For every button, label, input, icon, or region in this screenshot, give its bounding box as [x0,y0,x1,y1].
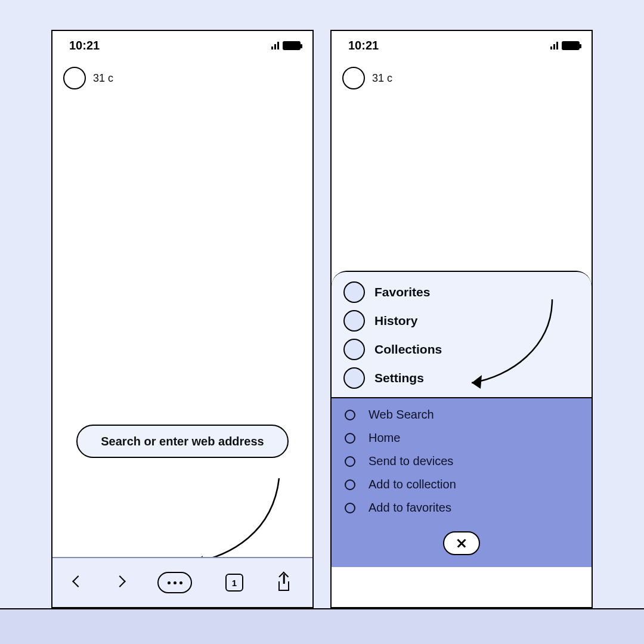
option-label: Send to devices [369,454,453,468]
radio-icon [345,479,355,490]
phone-screen-left: 10:21 31 c Search or enter web address [51,30,314,608]
menu-item-history[interactable]: History [343,310,580,332]
address-placeholder: Search or enter web address [101,435,264,448]
menu-sheet: Favorites History Collections Settings [332,271,592,607]
status-bar: 10:21 [52,31,312,60]
chevron-left-icon [72,575,84,587]
option-add-to-favorites[interactable]: Add to favorites [345,501,578,515]
option-send-to-devices[interactable]: Send to devices [345,454,578,468]
radio-icon [345,456,355,467]
signal-icon [550,41,558,49]
option-add-to-collection[interactable]: Add to collection [345,478,578,491]
header-label: 31 c [372,72,392,85]
option-label: Home [369,431,400,445]
chevron-right-icon [114,575,126,587]
menu-item-label: Collections [374,342,442,357]
menu-item-settings[interactable]: Settings [343,367,580,389]
menu-primary-section: Favorites History Collections Settings [332,271,592,397]
menu-item-label: Favorites [374,285,430,299]
more-menu-button[interactable] [157,572,192,593]
dots-icon [168,581,171,584]
profile-avatar[interactable] [63,67,86,89]
forward-button[interactable] [116,577,124,588]
option-web-search[interactable]: Web Search [345,408,578,422]
menu-item-label: History [374,314,417,328]
header-label: 31 c [93,72,113,85]
menu-item-collections[interactable]: Collections [343,339,580,360]
back-button[interactable] [74,577,82,588]
profile-avatar[interactable] [342,67,365,89]
status-time: 10:21 [348,39,379,52]
address-bar[interactable]: Search or enter web address [76,425,289,458]
option-label: Add to collection [369,478,456,491]
radio-icon [345,433,355,444]
circle-icon [343,339,365,360]
menu-item-label: Settings [374,371,424,385]
close-sheet-button[interactable] [443,531,480,555]
radio-icon [345,410,355,420]
circle-icon [343,281,365,303]
status-bar: 10:21 [332,31,592,60]
close-icon [457,538,466,548]
tabs-count: 1 [232,578,237,588]
status-time: 10:21 [69,39,100,52]
battery-icon [562,41,580,50]
circle-icon [343,310,365,332]
option-label: Web Search [369,408,434,422]
ground-strip [0,608,644,644]
radio-icon [345,503,355,513]
option-label: Add to favorites [369,501,451,515]
menu-item-favorites[interactable]: Favorites [343,281,580,303]
signal-icon [271,41,279,49]
option-home[interactable]: Home [345,431,578,445]
menu-options-section: Web Search Home Send to devices Add to c… [332,398,592,567]
browser-bottom-bar: 1 [52,557,312,607]
tabs-button[interactable]: 1 [225,574,243,592]
circle-icon [343,367,365,389]
phone-screen-right: 10:21 31 c Favorites History [330,30,593,608]
share-button[interactable] [277,574,291,591]
battery-icon [283,41,301,50]
